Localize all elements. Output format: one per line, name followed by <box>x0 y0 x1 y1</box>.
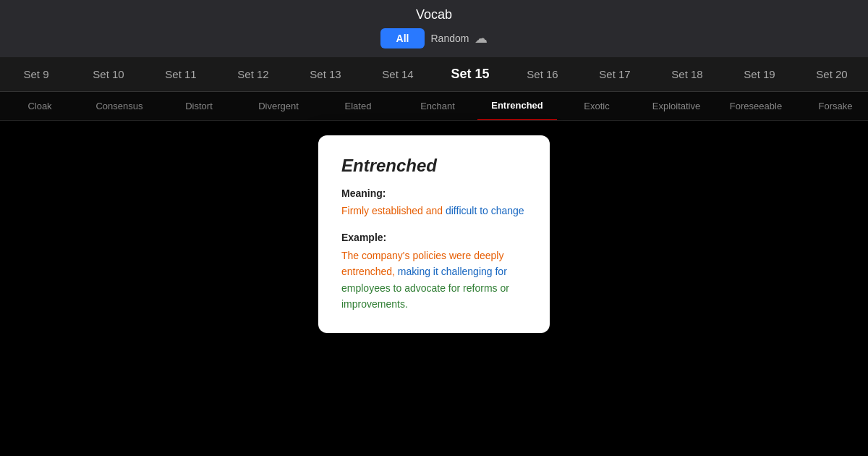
sets-bar: Set 9Set 10Set 11Set 12Set 13Set 14Set 1… <box>0 57 868 92</box>
example-label: Example: <box>341 232 527 243</box>
set-item-10[interactable]: Set 10 <box>72 57 145 92</box>
word-item-foreseeable[interactable]: Foreseeable <box>716 92 796 121</box>
set-item-14[interactable]: Set 14 <box>362 57 434 92</box>
word-item-forsake[interactable]: Forsake <box>796 92 868 121</box>
meaning-label: Meaning: <box>341 187 527 199</box>
word-item-distort[interactable]: Distort <box>159 92 239 121</box>
example-part3: employees to advocate for reforms or imp… <box>341 282 509 310</box>
app-title: Vocab <box>0 7 868 22</box>
word-item-consensus[interactable]: Consensus <box>80 92 159 121</box>
popup-example: The company's policies were deeply entre… <box>341 248 527 313</box>
popup-meaning: Firmly established and difficult to chan… <box>341 203 527 219</box>
word-item-enchant[interactable]: Enchant <box>398 92 477 121</box>
set-item-19[interactable]: Set 19 <box>723 57 796 92</box>
header: Vocab All Random ☁ <box>0 0 868 57</box>
set-item-16[interactable]: Set 16 <box>506 57 579 92</box>
meaning-text-1: Firmly established and <box>341 205 446 216</box>
set-item-13[interactable]: Set 13 <box>289 57 362 92</box>
word-item-elated[interactable]: Elated <box>318 92 398 121</box>
set-item-12[interactable]: Set 12 <box>217 57 289 92</box>
all-button[interactable]: All <box>380 28 425 48</box>
set-item-9[interactable]: Set 9 <box>0 57 72 92</box>
header-controls: All Random ☁ <box>0 28 868 48</box>
set-item-20[interactable]: Set 20 <box>796 57 868 92</box>
set-item-17[interactable]: Set 17 <box>579 57 651 92</box>
meaning-text-2: difficult to change <box>446 205 524 216</box>
cloud-icon: ☁ <box>475 30 488 46</box>
example-part2: making it challenging for <box>398 266 507 277</box>
popup-word: Entrenched <box>341 156 527 176</box>
word-item-entrenched[interactable]: Entrenched <box>477 92 557 121</box>
set-item-11[interactable]: Set 11 <box>145 57 217 92</box>
word-item-cloak[interactable]: Cloak <box>0 92 80 121</box>
random-button[interactable]: Random <box>430 33 469 44</box>
set-item-18[interactable]: Set 18 <box>651 57 723 92</box>
main-area: Entrenched Meaning: Firmly established a… <box>0 121 868 456</box>
word-item-exotic[interactable]: Exotic <box>557 92 637 121</box>
word-item-divergent[interactable]: Divergent <box>239 92 318 121</box>
word-item-exploitative[interactable]: Exploitative <box>637 92 716 121</box>
set-item-15[interactable]: Set 15 <box>434 57 506 92</box>
definition-popup: Entrenched Meaning: Firmly established a… <box>318 135 550 333</box>
words-bar: CloakConsensusDistortDivergentElatedEnch… <box>0 92 868 121</box>
